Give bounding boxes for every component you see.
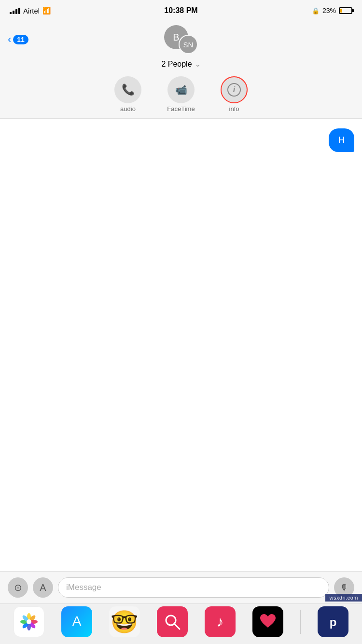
signal-bars xyxy=(10,7,20,14)
svg-line-12 xyxy=(174,624,180,629)
wifi-icon: 📶 xyxy=(42,7,51,14)
watermark: wsxdn.com xyxy=(325,594,362,602)
back-button[interactable]: ‹ 11 xyxy=(8,33,28,46)
facetime-action-button[interactable]: 📹 FaceTime xyxy=(164,76,198,112)
waveform-icon: 🎙 xyxy=(340,583,348,593)
input-placeholder: iMessage xyxy=(66,583,101,592)
battery-fill xyxy=(340,9,342,13)
dock-app-browser[interactable] xyxy=(157,606,188,637)
status-time: 10:38 PM xyxy=(164,6,197,15)
info-label: info xyxy=(229,105,239,112)
audio-action-button[interactable]: 📞 audio xyxy=(111,76,145,112)
lock-icon: 🔒 xyxy=(312,7,320,14)
svg-text:♪: ♪ xyxy=(217,614,224,630)
message-bubble: H xyxy=(329,128,354,152)
dock: A 🤓 ♪ p xyxy=(0,603,362,644)
battery-icon xyxy=(339,7,352,14)
audio-label: audio xyxy=(120,105,136,112)
signal-bar-1 xyxy=(10,12,12,14)
carrier-label: Airtel xyxy=(23,7,40,15)
music-icon: ♪ xyxy=(210,612,230,631)
action-bar: 📞 audio 📹 FaceTime i info xyxy=(0,73,362,118)
input-area: ⊙ A iMessage 🎙 xyxy=(0,571,362,603)
heart-icon xyxy=(258,612,278,631)
audio-icon-circle: 📞 xyxy=(114,76,141,103)
nav-top: ‹ 11 B SN xyxy=(0,25,362,58)
info-icon-circle: i xyxy=(221,76,248,103)
message-text: H xyxy=(338,135,345,145)
signal-bar-3 xyxy=(15,9,17,14)
signal-bar-4 xyxy=(18,8,20,14)
dock-divider xyxy=(300,610,301,634)
browser-icon xyxy=(163,612,182,631)
dock-app-memoji[interactable]: 🤓 xyxy=(109,606,140,637)
dock-app-heart[interactable] xyxy=(252,606,283,637)
svg-text:A: A xyxy=(72,614,81,629)
memoji-icon: 🤓 xyxy=(111,609,138,635)
avatar-group: B SN xyxy=(164,25,198,54)
facetime-icon-circle: 📹 xyxy=(167,76,195,103)
message-area: H xyxy=(0,119,362,582)
dock-app-p[interactable]: p xyxy=(318,606,348,637)
status-left: Airtel 📶 xyxy=(10,7,51,15)
facetime-label: FaceTime xyxy=(167,105,195,112)
group-name-row[interactable]: 2 People ⌄ xyxy=(0,58,362,73)
dock-app-photos[interactable] xyxy=(14,606,44,637)
battery-percent: 23% xyxy=(322,7,336,14)
video-icon: 📹 xyxy=(175,84,187,96)
status-right: 🔒 23% xyxy=(312,7,352,14)
back-badge-count: 11 xyxy=(13,35,28,44)
appstore-icon: A xyxy=(67,612,86,631)
svg-text:p: p xyxy=(330,616,337,629)
chevron-down-icon: ⌄ xyxy=(195,60,201,68)
svg-point-9 xyxy=(27,619,31,624)
p-app-icon: p xyxy=(323,612,343,631)
camera-button[interactable]: ⊙ xyxy=(8,577,28,598)
phone-icon: 📞 xyxy=(122,84,135,96)
camera-icon: ⊙ xyxy=(14,582,22,593)
back-chevron-icon: ‹ xyxy=(8,33,11,46)
appstore-icon: A xyxy=(40,582,46,593)
info-icon: i xyxy=(227,83,241,97)
info-action-button[interactable]: i info xyxy=(217,76,251,112)
appstore-button[interactable]: A xyxy=(33,577,53,598)
dock-app-appstore[interactable]: A xyxy=(61,606,92,637)
signal-bar-2 xyxy=(13,11,14,14)
group-name: 2 People xyxy=(161,60,192,69)
status-bar: Airtel 📶 10:38 PM 🔒 23% xyxy=(0,0,362,21)
avatar-secondary: SN xyxy=(179,35,198,54)
dock-app-music[interactable]: ♪ xyxy=(205,606,236,637)
nav-header: ‹ 11 B SN 2 People ⌄ 📞 audio 📹 xyxy=(0,21,362,119)
photos-icon xyxy=(17,610,41,633)
message-input[interactable]: iMessage xyxy=(58,577,329,598)
